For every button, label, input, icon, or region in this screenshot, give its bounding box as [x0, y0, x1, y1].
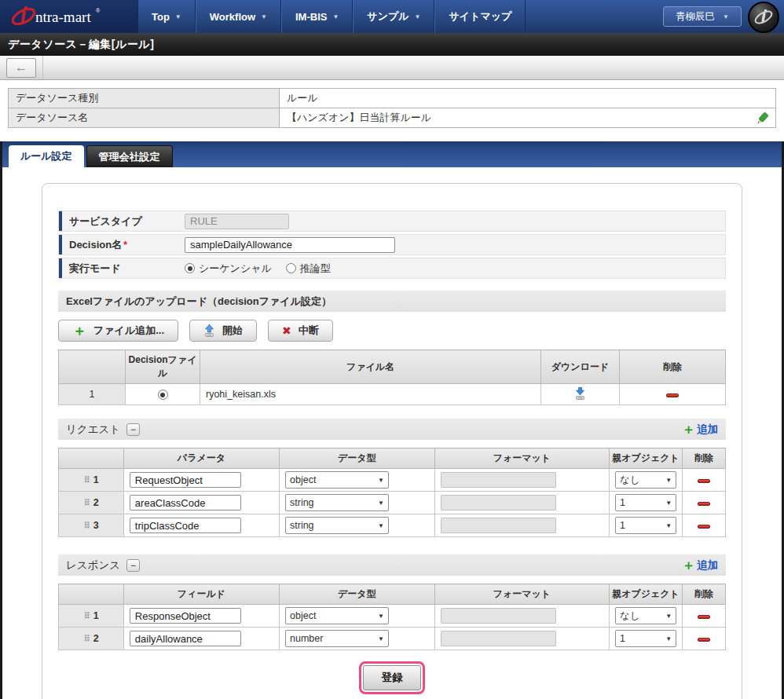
- data-type-select[interactable]: string▼: [285, 494, 389, 511]
- nav-item-sitemap[interactable]: サイトマップ: [434, 0, 526, 33]
- chevron-down-icon: ▼: [665, 477, 672, 484]
- row-number: 2: [93, 497, 99, 508]
- nav-item-im-bis[interactable]: IM-BIS ▼: [281, 0, 353, 33]
- table-row: ⠿1 object▼ なし▼: [59, 605, 726, 628]
- button-label: 中断: [299, 324, 319, 338]
- editor-frame: ルール設定 管理会社設定 サービスタイプ Decision名 *: [0, 141, 784, 699]
- parent-object-select[interactable]: 1▼: [615, 494, 676, 511]
- radio-sequential[interactable]: シーケンシャル: [185, 262, 272, 276]
- upload-icon: [203, 324, 215, 337]
- nav-label: Top: [152, 11, 170, 23]
- user-menu-button[interactable]: 青柳辰巳 ▼: [663, 6, 742, 27]
- col-header-decision-file: Decisionファイル: [126, 350, 200, 384]
- radio-label: シーケンシャル: [199, 262, 272, 276]
- response-section-header: レスポンス − ＋ 追加: [58, 554, 726, 576]
- delete-minus-icon[interactable]: [698, 525, 710, 529]
- col-header-file-name: ファイル名: [200, 350, 541, 384]
- rule-settings-panel: サービスタイプ Decision名 * 実行モード: [42, 183, 742, 699]
- request-add-link[interactable]: ＋ 追加: [682, 423, 718, 437]
- data-type-select[interactable]: object▼: [285, 471, 389, 489]
- section-title: リクエスト: [66, 423, 120, 437]
- nav-item-sample[interactable]: サンプル ▼: [353, 0, 434, 33]
- nav-item-top[interactable]: Top ▼: [137, 0, 196, 33]
- drag-handle-icon[interactable]: ⠿: [83, 611, 90, 621]
- intra-mart-logo[interactable]: ntra-mart ®: [0, 0, 137, 33]
- data-type-select[interactable]: object▼: [285, 607, 389, 624]
- chevron-down-icon: ▼: [378, 477, 384, 484]
- top-navbar: ntra-mart ® Top ▼ Workflow ▼ IM-BIS ▼ サン…: [0, 0, 784, 33]
- download-icon[interactable]: [574, 387, 586, 400]
- drag-handle-icon[interactable]: ⠿: [83, 475, 90, 485]
- field-input[interactable]: [130, 631, 241, 646]
- chevron-down-icon: ▼: [378, 613, 384, 620]
- select-value: 1: [620, 497, 625, 508]
- delete-minus-icon[interactable]: [698, 615, 710, 619]
- nav-label: IM-BIS: [295, 11, 327, 23]
- table-row: 1 ryohi_keisan.xls: [59, 384, 726, 405]
- page-title: データソース－編集[ルール]: [0, 33, 784, 56]
- required-mark: *: [123, 240, 127, 251]
- parent-object-select[interactable]: 1▼: [615, 517, 676, 534]
- drag-handle-icon[interactable]: ⠿: [83, 498, 90, 508]
- parent-object-select[interactable]: なし▼: [615, 471, 676, 489]
- nav-item-workflow[interactable]: Workflow ▼: [196, 0, 281, 33]
- parent-object-select[interactable]: なし▼: [615, 607, 676, 624]
- format-input: [441, 472, 556, 488]
- service-type-label: サービスタイプ: [59, 211, 178, 231]
- nav-label: サイトマップ: [449, 9, 511, 24]
- decision-file-table: Decisionファイル ファイル名 ダウンロード 削除 1 ryohi_kei…: [58, 350, 726, 405]
- label-text: Decision名: [69, 238, 122, 252]
- parameter-input[interactable]: [130, 472, 241, 488]
- parent-object-select[interactable]: 1▼: [615, 630, 676, 647]
- decision-name-input[interactable]: [185, 237, 395, 253]
- collapse-minus-icon[interactable]: −: [126, 423, 140, 436]
- delete-minus-icon[interactable]: [666, 393, 679, 397]
- edit-pencil-icon[interactable]: [756, 112, 769, 127]
- data-type-select[interactable]: number▼: [285, 630, 389, 647]
- back-button[interactable]: ←: [6, 58, 36, 78]
- radio-on-icon[interactable]: [158, 390, 168, 400]
- chevron-down-icon: ▼: [665, 522, 672, 529]
- tab-content: サービスタイプ Decision名 * 実行モード: [2, 167, 782, 699]
- row-number: 1: [93, 474, 99, 485]
- register-button[interactable]: 登録: [363, 665, 421, 690]
- tab-rule-settings[interactable]: ルール設定: [9, 145, 84, 167]
- decision-name-label: Decision名 *: [59, 235, 178, 254]
- row-number: 3: [93, 520, 99, 531]
- data-type-select[interactable]: string▼: [285, 517, 389, 534]
- col-header-data-type: データ型: [280, 584, 435, 605]
- radio-inference[interactable]: 推論型: [286, 262, 331, 276]
- arrow-left-icon: ←: [15, 60, 27, 75]
- select-value: 1: [620, 520, 625, 531]
- drag-handle-icon[interactable]: ⠿: [83, 521, 90, 531]
- tab-admin-company-settings[interactable]: 管理会社設定: [86, 145, 173, 167]
- svg-text:ntra-mart: ntra-mart: [35, 9, 91, 25]
- upload-buttons: ＋ ファイル追加... 開始 ✖ 中断: [58, 320, 726, 342]
- chevron-down-icon: ▼: [665, 613, 672, 620]
- delete-minus-icon[interactable]: [698, 479, 710, 483]
- delete-minus-icon[interactable]: [698, 638, 710, 642]
- chevron-down-icon: ▼: [723, 13, 729, 20]
- intra-mart-badge-icon[interactable]: [748, 2, 779, 33]
- table-row: ⠿2 number▼ 1▼: [59, 628, 726, 650]
- parameter-input[interactable]: [130, 495, 241, 511]
- parameter-input[interactable]: [130, 518, 241, 533]
- add-label: 追加: [697, 558, 718, 573]
- abort-upload-button[interactable]: ✖ 中断: [268, 320, 333, 342]
- datasource-type-value: ルール: [280, 89, 776, 108]
- field-input[interactable]: [130, 608, 241, 624]
- drag-handle-icon[interactable]: ⠿: [83, 634, 90, 644]
- table-row: データソース種別 ルール: [9, 89, 776, 108]
- radio-label: 推論型: [300, 262, 331, 276]
- add-file-button[interactable]: ＋ ファイル追加...: [58, 320, 178, 342]
- col-header-blank: [59, 584, 124, 605]
- table-header-row: パラメータ データ型 フォーマット 親オブジェクト 削除: [59, 448, 726, 469]
- delete-minus-icon[interactable]: [698, 502, 710, 506]
- button-label: ファイル追加...: [93, 324, 164, 338]
- request-section-header: リクエスト − ＋ 追加: [58, 419, 726, 440]
- collapse-minus-icon[interactable]: −: [126, 559, 140, 572]
- toolbar: ←: [0, 56, 784, 80]
- datasource-name-label: データソース名: [9, 108, 280, 128]
- response-add-link[interactable]: ＋ 追加: [682, 558, 718, 573]
- start-upload-button[interactable]: 開始: [189, 320, 257, 342]
